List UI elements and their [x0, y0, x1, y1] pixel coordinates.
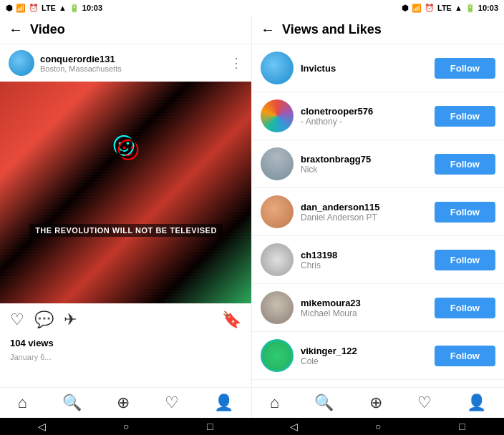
- follow-button-braxton[interactable]: Follow: [435, 154, 495, 175]
- left-nav-heart[interactable]: ♡: [165, 394, 179, 412]
- recents-system-button[interactable]: □: [203, 420, 216, 433]
- right-nav-add[interactable]: ⊕: [369, 394, 382, 412]
- right-back-button[interactable]: ←: [261, 21, 275, 38]
- bookmark-button[interactable]: 🔖: [222, 311, 241, 329]
- wifi-icon-right: ▲: [455, 4, 462, 12]
- left-bottom-nav: ⌂ 🔍 ⊕ ♡ 👤: [0, 387, 251, 418]
- user-handle: vikinger_122: [301, 346, 427, 356]
- user-avatar-dan[interactable]: [261, 195, 294, 228]
- wifi-icon-left: ▲: [59, 4, 67, 12]
- like-button[interactable]: ♡: [10, 311, 24, 329]
- bluetooth-icon-left: ⬢: [6, 4, 13, 13]
- user-name: Chris: [301, 260, 427, 270]
- comment-button[interactable]: 💬: [34, 311, 54, 329]
- right-nav-search[interactable]: 🔍: [314, 394, 334, 412]
- user-info-clonetrooper: clonetrooper576 - Anthony -: [301, 106, 427, 127]
- post-menu-button[interactable]: ⋮: [230, 55, 243, 71]
- alarm-icon-left: ⏰: [29, 4, 39, 13]
- user-info-invictus: Invictus: [301, 63, 427, 74]
- list-item: clonetrooper576 - Anthony - Follow: [252, 92, 504, 140]
- user-info-vikinger: vikinger_122 Cole: [301, 346, 427, 366]
- follow-button-dan[interactable]: Follow: [435, 202, 495, 223]
- user-avatar-clonetrooper[interactable]: [261, 99, 294, 132]
- battery-icon-right: 🔋: [465, 4, 475, 13]
- list-item: braxtonbragg75 Nick Follow: [252, 140, 504, 188]
- user-info-braxton: braxtonbragg75 Nick: [301, 154, 427, 175]
- left-back-button[interactable]: ←: [9, 21, 23, 38]
- status-bar: ⬢ 📶 ⏰ LTE ▲ 🔋 10:03 ⬢ 📶 ⏰ LTE ▲ 🔋 10:03: [0, 0, 504, 16]
- follow-button-vikinger[interactable]: Follow: [435, 346, 495, 366]
- user-avatar-ch13198[interactable]: [261, 243, 294, 276]
- bluetooth-icon-right: ⬢: [402, 4, 409, 13]
- left-nav-search[interactable]: 🔍: [62, 394, 82, 412]
- user-name: Nick: [301, 165, 427, 175]
- follow-button-mikemoura[interactable]: Follow: [435, 298, 495, 318]
- left-panel-title: Video: [30, 22, 65, 37]
- post-user-info: conquerordie131 Boston, Massachusetts: [40, 54, 224, 73]
- user-avatar-invictus[interactable]: [261, 52, 294, 84]
- right-nav-profile[interactable]: 👤: [467, 394, 486, 412]
- users-list: Invictus Follow clonetrooper576 - Anthon…: [252, 44, 504, 387]
- post-actions: ♡ 💬 ✈ 🔖: [0, 303, 251, 336]
- left-header: ← Video: [0, 16, 251, 44]
- time-left: 10:03: [82, 4, 102, 12]
- user-name: - Anthony -: [301, 117, 427, 127]
- status-left: ⬢ 📶 ⏰ LTE ▲ 🔋 10:03: [6, 1, 102, 14]
- share-button[interactable]: ✈: [64, 311, 77, 329]
- system-nav-bar: ◁ ○ □ ◁ ○ □: [0, 418, 504, 435]
- user-info-ch13198: ch13198 Chris: [301, 250, 427, 270]
- main-content: ← Video conquerordie131 Boston, Massachu…: [0, 16, 504, 418]
- post-username: conquerordie131: [40, 54, 224, 64]
- user-avatar-braxton[interactable]: [261, 147, 294, 180]
- signal-icon-left: 📶: [16, 4, 26, 13]
- recents-system-button-r[interactable]: □: [455, 420, 468, 433]
- post-image-big-text: ☺: [108, 126, 143, 165]
- right-bottom-nav: ⌂ 🔍 ⊕ ♡ 👤: [252, 387, 504, 418]
- post-image: ☺ THE REVOLUTION WILL NOT BE TELEVISED: [0, 82, 252, 303]
- back-system-button[interactable]: ◁: [36, 420, 49, 433]
- list-item: mikemoura23 Michael Moura Follow: [252, 284, 504, 332]
- lte-label-right: LTE: [437, 4, 452, 12]
- user-handle: ch13198: [301, 250, 427, 260]
- post-location: Boston, Massachusetts: [40, 64, 224, 73]
- home-system-button-r[interactable]: ○: [372, 420, 384, 433]
- list-item: ch13198 Chris Follow: [252, 236, 504, 284]
- user-avatar-mikemoura[interactable]: [261, 291, 294, 324]
- user-handle: mikemoura23: [301, 298, 427, 308]
- list-item: vikinger_122 Cole Follow: [252, 332, 504, 380]
- post-image-caption: THE REVOLUTION WILL NOT BE TELEVISED: [29, 224, 223, 237]
- follow-button-invictus[interactable]: Follow: [435, 58, 495, 79]
- user-info-mikemoura: mikemoura23 Michael Moura: [301, 298, 427, 318]
- post-user-row: conquerordie131 Boston, Massachusetts ⋮: [0, 44, 251, 82]
- user-name: Cole: [301, 356, 427, 366]
- alarm-icon-right: ⏰: [425, 4, 435, 13]
- right-nav-home[interactable]: ⌂: [270, 394, 279, 412]
- home-system-button[interactable]: ○: [120, 420, 132, 433]
- post-date: January 6...: [0, 351, 251, 363]
- lte-label-left: LTE: [42, 4, 56, 12]
- time-right: 10:03: [478, 4, 498, 12]
- user-name: Michael Moura: [301, 308, 427, 318]
- signal-icon-right: 📶: [412, 4, 422, 13]
- right-header: ← Views and Likes: [252, 16, 504, 44]
- user-handle: dan_anderson115: [301, 202, 427, 212]
- left-nav-profile[interactable]: 👤: [214, 394, 233, 412]
- right-nav-heart[interactable]: ♡: [417, 394, 432, 412]
- list-item: dan_anderson115 Daniel Anderson PT Follo…: [252, 188, 504, 236]
- back-system-button-r[interactable]: ◁: [288, 420, 301, 433]
- user-handle: clonetrooper576: [301, 106, 427, 117]
- follow-button-clonetrooper[interactable]: Follow: [435, 106, 495, 127]
- user-handle: Invictus: [301, 63, 427, 74]
- right-panel: ← Views and Likes Invictus Follow clonet…: [252, 16, 504, 418]
- user-handle: braxtonbragg75: [301, 154, 427, 165]
- left-nav-add[interactable]: ⊕: [117, 394, 130, 412]
- user-name: Daniel Anderson PT: [301, 212, 427, 223]
- left-nav-home[interactable]: ⌂: [18, 394, 27, 412]
- follow-button-ch13198[interactable]: Follow: [435, 250, 495, 270]
- battery-icon-left: 🔋: [69, 4, 79, 13]
- list-item: Invictus Follow: [252, 44, 504, 92]
- left-panel: ← Video conquerordie131 Boston, Massachu…: [0, 16, 252, 418]
- right-panel-title: Views and Likes: [282, 22, 382, 37]
- user-avatar-vikinger[interactable]: [261, 339, 294, 372]
- post-user-avatar[interactable]: [9, 50, 34, 76]
